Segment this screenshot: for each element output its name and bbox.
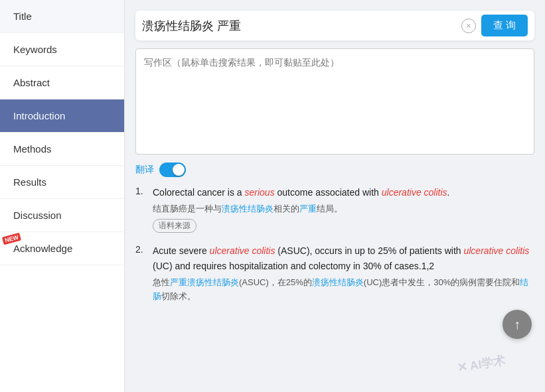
zh-keyword-4: 溃疡性结肠炎 <box>312 277 364 287</box>
scroll-up-icon: ↑ <box>514 317 520 332</box>
sidebar-item-results[interactable]: Results <box>0 166 124 199</box>
search-input[interactable] <box>142 19 456 33</box>
main-content: × 查 询 翻译 1. Colorectal cancer is a serio… <box>125 0 545 392</box>
zh-keyword-2: 严重 <box>299 204 317 214</box>
sidebar-item-keywords[interactable]: Keywords <box>0 33 124 66</box>
sidebar-item-abstract[interactable]: Abstract <box>0 66 124 99</box>
sidebar-item-label: Title <box>13 11 32 22</box>
keyword-serious: serious <box>245 187 275 198</box>
sidebar-item-introduction[interactable]: Introduction <box>0 99 124 133</box>
result-content-1: Colorectal cancer is a serious outcome a… <box>153 185 534 233</box>
scroll-up-button[interactable]: ↑ <box>503 310 532 339</box>
result-zh-1: 结直肠癌是一种与溃疡性结肠炎相关的严重结局。 <box>153 202 534 216</box>
write-area[interactable] <box>135 48 534 155</box>
source-tag-1[interactable]: 语料来源 <box>153 219 196 233</box>
translate-toggle[interactable] <box>159 163 186 177</box>
sidebar: Title Keywords Abstract Introduction Met… <box>0 0 125 392</box>
sidebar-item-label: Abstract <box>13 77 50 88</box>
zh-keyword-3: 严重溃疡性结肠炎 <box>170 277 239 287</box>
translate-row: 翻译 <box>135 163 534 177</box>
sidebar-item-label: Keywords <box>13 44 57 55</box>
sidebar-item-label: Introduction <box>13 110 65 121</box>
result-item-2: 2. Acute severe ulcerative colitis (ASUC… <box>135 243 534 306</box>
search-bar: × 查 询 <box>135 11 534 40</box>
clear-button[interactable]: × <box>461 19 476 33</box>
zh-keyword-1: 溃疡性结肠炎 <box>222 204 273 214</box>
query-button[interactable]: 查 询 <box>481 15 528 36</box>
main-content-wrapper: × 查 询 翻译 1. Colorectal cancer is a serio… <box>125 0 545 392</box>
sidebar-item-label: Results <box>13 176 46 188</box>
result-en-2: Acute severe ulcerative colitis (ASUC), … <box>153 243 534 273</box>
result-num-1: 1. <box>135 185 147 196</box>
result-en-1: Colorectal cancer is a serious outcome a… <box>153 185 534 200</box>
sidebar-item-label: Acknowledge <box>13 243 72 254</box>
translate-label: 翻译 <box>135 164 154 176</box>
keyword-uc-2a: ulcerative colitis <box>210 245 275 256</box>
sidebar-item-label: Discussion <box>13 210 62 221</box>
sidebar-item-label: Methods <box>13 143 52 155</box>
result-zh-2: 急性严重溃疡性结肠炎(ASUC)，在25%的溃疡性结肠炎(UC)患者中发生，30… <box>153 276 534 304</box>
result-content-2: Acute severe ulcerative colitis (ASUC), … <box>153 243 534 306</box>
sidebar-item-title[interactable]: Title <box>0 0 124 33</box>
keyword-uc-1: ulcerative colitis <box>382 187 447 198</box>
sidebar-item-methods[interactable]: Methods <box>0 133 124 166</box>
keyword-uc-2b: ulcerative colitis <box>463 245 529 256</box>
results-list: 1. Colorectal cancer is a serious outcom… <box>135 185 534 306</box>
result-item-1: 1. Colorectal cancer is a serious outcom… <box>135 185 534 233</box>
result-num-2: 2. <box>135 243 147 255</box>
sidebar-item-acknowledge[interactable]: NEW Acknowledge <box>0 232 124 265</box>
toggle-knob <box>173 164 185 176</box>
sidebar-item-discussion[interactable]: Discussion <box>0 199 124 232</box>
